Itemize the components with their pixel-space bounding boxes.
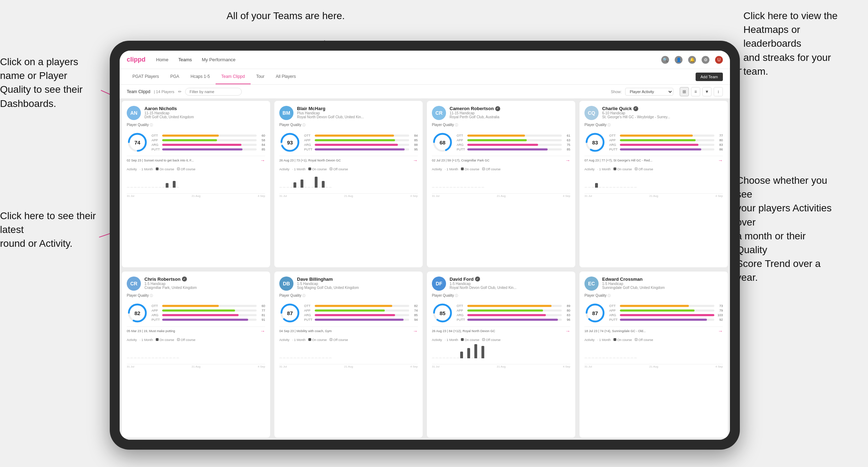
player-avatar[interactable]: BM	[279, 106, 293, 120]
player-avatar[interactable]: CR	[432, 106, 446, 120]
player-header: CR Chris Robertson ✓ 1-5 Handicap Craigm…	[127, 277, 265, 291]
tab-hcaps[interactable]: Hcaps 1-5	[185, 69, 216, 84]
latest-round[interactable]: 26 Aug 23 | 73 (+1), Royal North Devon G…	[279, 156, 418, 165]
edit-icon[interactable]: ✏	[178, 89, 182, 94]
svg-text:74: 74	[135, 139, 141, 146]
annotation-teams: All of your Teams are here.	[227, 9, 345, 23]
bar-row-ott: OTT 73	[609, 304, 723, 308]
round-arrow: →	[413, 328, 418, 334]
nav-teams[interactable]: Teams	[178, 56, 192, 64]
bar-row-arg: ARG 84	[152, 143, 265, 147]
quality-section[interactable]: 74 OTT 60 APP 58 ARG 84 PUTT 85	[127, 132, 265, 153]
quality-section[interactable]: 82 OTT 60 APP 77 ARG 81 PUTT 91	[127, 302, 265, 324]
verified-icon: ✓	[182, 277, 187, 281]
player-handicap: 1-5 Handicap	[450, 282, 570, 286]
settings-icon[interactable]: ⚙	[702, 56, 709, 64]
sort-icon[interactable]: ↕	[714, 87, 723, 96]
avatar-icon[interactable]: U	[715, 56, 723, 64]
quality-section[interactable]: 68 OTT 61 APP 63 ARG 75 PUTT 85	[432, 132, 570, 153]
round-arrow: →	[718, 328, 723, 334]
player-avatar[interactable]: AN	[127, 106, 141, 120]
player-name[interactable]: Charlie Quick ✓	[602, 106, 723, 111]
bar-row-app: APP 80	[457, 309, 570, 312]
view-icons: ⊞ ≡ ▼ ↕	[680, 87, 723, 96]
quality-section[interactable]: 87 OTT 73 APP 79 ARG 103 PUTT 92	[584, 302, 723, 324]
player-name[interactable]: Chris Robertson ✓	[144, 277, 265, 282]
quality-label: Player Quality ⓘ	[584, 294, 723, 298]
quality-section[interactable]: 87 OTT 82 APP 74 ARG 85 PUTT 94	[279, 302, 418, 324]
bar-row-arg: ARG 83	[457, 313, 570, 317]
filter-input[interactable]	[185, 88, 242, 96]
quality-section[interactable]: 85 OTT 89 APP 80 ARG 83 PUTT 96	[432, 302, 570, 324]
tab-tour[interactable]: Tour	[251, 69, 270, 84]
add-team-button[interactable]: Add Team	[696, 73, 723, 81]
user-icon[interactable]: 👤	[675, 56, 683, 64]
nav-my-performance[interactable]: My Performance	[202, 56, 235, 64]
team-title: Team Clippd	[127, 89, 150, 94]
nav-home[interactable]: Home	[156, 56, 169, 64]
player-name[interactable]: Aaron Nicholls	[144, 106, 265, 111]
player-club: Drift Golf Club, United Kingdom	[144, 115, 265, 119]
bar-row-putt: PUTT 85	[152, 148, 265, 151]
tab-team-clippd[interactable]: Team Clippd	[216, 69, 251, 84]
activity-section: Activity · 1 Month On course Off course …	[127, 167, 265, 198]
bar-row-putt: PUTT 95	[304, 148, 418, 151]
activity-section: Activity · 1 Month On course Off course …	[584, 167, 723, 198]
player-name[interactable]: David Ford ✓	[450, 277, 570, 282]
quality-ring: 87	[279, 302, 301, 324]
bar-row-putt: PUTT 85	[457, 148, 570, 151]
latest-round[interactable]: 02 Sep 23 | Sunset round to get back int…	[127, 156, 265, 165]
player-avatar[interactable]: DB	[279, 277, 293, 291]
annotation-click-name: Click on a players name or Player Qualit…	[0, 55, 99, 110]
activity-section: Activity · 1 Month On course Off course …	[432, 167, 570, 198]
round-arrow: →	[413, 158, 418, 163]
tablet-screen: clippd Home Teams My Performance 🔍 👤 🔔 ⚙…	[120, 51, 730, 440]
player-name[interactable]: Edward Crossman	[602, 277, 723, 282]
latest-round[interactable]: 26 Aug 23 | 84 (+12), Royal North Devon …	[432, 326, 570, 335]
bar-row-ott: OTT 60	[152, 304, 265, 308]
bar-row-arg: ARG 75	[457, 143, 570, 147]
player-name[interactable]: Cameron Robertson ✓	[450, 106, 570, 111]
bar-row-putt: PUTT 86	[609, 148, 723, 151]
tab-pgat[interactable]: PGAT Players	[127, 69, 165, 84]
svg-text:68: 68	[440, 139, 446, 146]
player-header: DF David Ford ✓ 1-5 Handicap Royal North…	[432, 277, 570, 291]
svg-text:83: 83	[592, 139, 598, 146]
bar-row-app: APP 63	[457, 138, 570, 142]
nav-icons: 🔍 👤 🔔 ⚙ U	[661, 56, 723, 64]
show-select[interactable]: Player Activity Quality Score Trend	[625, 88, 673, 96]
latest-round[interactable]: 04 Sep 23 | Mobility with coach, Gym →	[279, 326, 418, 335]
tab-pga[interactable]: PGA	[165, 69, 185, 84]
quality-label: Player Quality ⓘ	[432, 123, 570, 127]
player-name[interactable]: Blair McHarg	[297, 106, 418, 111]
list-view-icon[interactable]: ≡	[691, 87, 700, 96]
player-card: CR Cameron Robertson ✓ 11-15 Handicap Ro…	[427, 101, 575, 267]
player-avatar[interactable]: EC	[584, 277, 599, 291]
latest-round[interactable]: 18 Jul 23 | 74 (+4), Sunningdale GC - Ol…	[584, 326, 723, 335]
quality-bars: OTT 61 APP 63 ARG 75 PUTT 85	[457, 134, 570, 151]
player-club: Royal Perth Golf Club, Australia	[450, 115, 570, 119]
latest-round[interactable]: 05 Mar 23 | 19, Must make putting →	[127, 326, 265, 335]
bell-icon[interactable]: 🔔	[688, 56, 696, 64]
player-card: DF David Ford ✓ 1-5 Handicap Royal North…	[427, 272, 575, 438]
latest-round[interactable]: 02 Jul 23 | 59 (+17), Craigmillar Park G…	[432, 156, 570, 165]
activity-section: Activity · 1 Month On course Off course …	[127, 338, 265, 368]
navbar: clippd Home Teams My Performance 🔍 👤 🔔 ⚙…	[120, 51, 730, 69]
grid-view-icon[interactable]: ⊞	[680, 87, 689, 96]
search-icon[interactable]: 🔍	[661, 56, 669, 64]
player-card: EC Edward Crossman 1-5 Handicap Sunningd…	[579, 272, 728, 438]
latest-round[interactable]: 07 Aug 23 | 77 (+7), St George's Hill GC…	[584, 156, 723, 165]
player-avatar[interactable]: DF	[432, 277, 446, 291]
nav-logo: clippd	[127, 56, 145, 63]
quality-bars: OTT 60 APP 77 ARG 81 PUTT 91	[152, 304, 265, 321]
quality-section[interactable]: 93 OTT 84 APP 85 ARG 88 PUTT 95	[279, 132, 418, 153]
player-header: CQ Charlie Quick ✓ 6-10 Handicap St. Geo…	[584, 106, 723, 120]
filter-icon[interactable]: ▼	[702, 87, 712, 96]
player-handicap: 11-15 Handicap	[144, 111, 265, 115]
player-name[interactable]: Dave Billingham	[297, 277, 418, 282]
player-avatar[interactable]: CQ	[584, 106, 599, 120]
quality-section[interactable]: 83 OTT 77 APP 80 ARG 83 PUTT 86	[584, 132, 723, 153]
quality-label: Player Quality ⓘ	[127, 294, 265, 298]
tab-all-players[interactable]: All Players	[270, 69, 302, 84]
player-avatar[interactable]: CR	[127, 277, 141, 291]
